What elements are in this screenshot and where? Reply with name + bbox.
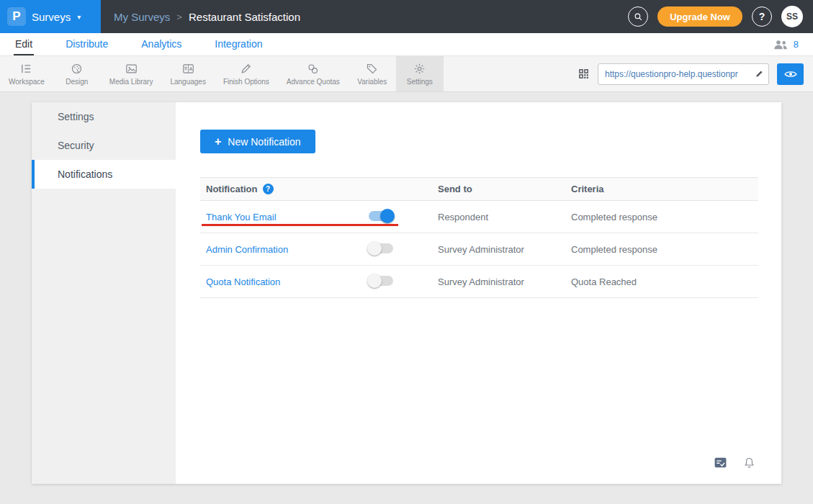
notification-name-link[interactable]: Admin Confirmation: [200, 244, 366, 255]
tab-analytics[interactable]: Analytics: [140, 33, 183, 55]
toolbar-item-settings[interactable]: Settings: [396, 56, 444, 91]
bell-icon[interactable]: [743, 456, 755, 469]
toolbar-item-label: Workspace: [9, 78, 45, 86]
new-notification-label: New Notification: [228, 136, 300, 148]
variables-icon: [366, 63, 378, 75]
toolbar-item-design[interactable]: Design: [53, 56, 101, 91]
chevron-down-icon: ▾: [77, 13, 81, 21]
notifications-table: Notification ? Send to Criteria Thank Yo…: [200, 177, 758, 298]
toolbar-item-workspace[interactable]: Workspace: [0, 56, 53, 91]
product-name: Surveys: [32, 11, 71, 23]
preview-survey-button[interactable]: [777, 63, 804, 85]
toolbar-item-media-library[interactable]: Media Library: [101, 56, 162, 91]
send-to-cell: Respondent: [438, 212, 571, 222]
send-to-cell: Survey Administrator: [438, 276, 571, 287]
breadcrumb-separator: >: [176, 12, 182, 22]
notification-toggle[interactable]: [369, 211, 393, 221]
media-library-icon: [125, 63, 138, 75]
tab-distribute[interactable]: Distribute: [64, 33, 109, 55]
qr-code-icon[interactable]: [578, 68, 590, 80]
people-icon: [773, 40, 789, 50]
notification-name-link[interactable]: Quota Notification: [200, 276, 366, 287]
header-criteria: Criteria: [571, 184, 758, 194]
toolbar-item-languages[interactable]: Languages: [161, 56, 215, 91]
survey-url-field-wrap: [598, 63, 769, 85]
question-mark-icon: ?: [759, 11, 765, 22]
criteria-cell: Quota Reached: [571, 276, 758, 287]
tab-edit[interactable]: Edit: [14, 33, 34, 55]
toolbar-item-label: Settings: [407, 78, 433, 86]
send-to-cell: Survey Administrator: [438, 244, 571, 255]
plus-icon: +: [215, 136, 221, 148]
notification-toggle[interactable]: [369, 243, 393, 253]
toggle-cell: [366, 276, 438, 288]
toolbar-item-label: Languages: [170, 78, 206, 86]
toolbar-item-label: Media Library: [109, 78, 153, 86]
product-switcher[interactable]: P Surveys ▾: [0, 0, 101, 33]
toolbar-item-label: Advance Quotas: [287, 78, 340, 86]
header-notification: Notification ?: [200, 184, 438, 194]
toolbar-item-label: Variables: [357, 78, 387, 86]
design-icon: [71, 63, 83, 75]
table-header-row: Notification ? Send to Criteria: [200, 177, 758, 201]
header-notification-label: Notification: [206, 184, 258, 194]
breadcrumb: My Surveys > Restaurant Satisfaction: [114, 11, 300, 23]
workspace-icon: [20, 63, 32, 75]
breadcrumb-survey-title: Restaurant Satisfaction: [189, 11, 300, 23]
edit-url-pencil-icon[interactable]: [755, 69, 764, 78]
breadcrumb-my-surveys[interactable]: My Surveys: [114, 11, 170, 23]
settings-gear-icon: [413, 63, 426, 75]
toolbar-item-variables[interactable]: Variables: [349, 56, 396, 91]
red-annotation-line: [202, 224, 398, 226]
survey-feedback-icon[interactable]: [714, 456, 727, 469]
toolbar-item-label: Finish Options: [223, 78, 269, 86]
sidebar-item-security[interactable]: Security: [32, 131, 176, 160]
languages-icon: [182, 63, 194, 75]
criteria-cell: Completed response: [571, 212, 758, 222]
topbar-actions: Upgrade Now ? SS: [628, 6, 813, 27]
survey-toolbar: Workspace Design Media Library Languages…: [0, 56, 813, 92]
help-button[interactable]: ?: [752, 6, 772, 27]
collaborators-count: 8: [794, 39, 799, 50]
survey-nav-tabs: Edit Distribute Analytics Integration 8: [0, 33, 813, 56]
table-row: Thank You Email Respondent Completed res…: [200, 201, 758, 233]
sidebar-item-settings[interactable]: Settings: [32, 102, 176, 131]
toolbar-item-label: Design: [66, 78, 88, 86]
table-row: Admin Confirmation Survey Administrator …: [200, 233, 758, 266]
notification-name-link[interactable]: Thank You Email: [200, 212, 366, 222]
topbar: P Surveys ▾ My Surveys > Restaurant Sati…: [0, 0, 813, 33]
search-icon: [634, 12, 643, 22]
settings-panel: Settings Security Notifications + New No…: [32, 102, 781, 484]
upgrade-now-button[interactable]: Upgrade Now: [657, 6, 742, 27]
criteria-cell: Completed response: [571, 244, 758, 255]
collaborators-button[interactable]: 8: [773, 33, 813, 55]
toggle-cell: [366, 211, 438, 223]
search-button[interactable]: [628, 6, 648, 27]
content-footer-icons: [714, 456, 755, 469]
toolbar-item-advance-quotas[interactable]: Advance Quotas: [278, 56, 349, 91]
notification-help-icon[interactable]: ?: [263, 184, 274, 194]
notifications-content: + New Notification Notification ? Send t…: [176, 102, 781, 484]
advance-quotas-icon: [307, 63, 319, 75]
toolbar-item-finish-options[interactable]: Finish Options: [215, 56, 278, 91]
survey-url-input[interactable]: [598, 63, 769, 85]
avatar[interactable]: SS: [781, 6, 803, 27]
questionpro-logo: P: [7, 7, 26, 26]
new-notification-button[interactable]: + New Notification: [200, 130, 315, 153]
tab-integration[interactable]: Integration: [213, 33, 264, 55]
toggle-cell: [366, 243, 438, 256]
finish-options-icon: [240, 63, 252, 75]
eye-icon: [784, 70, 797, 78]
toolbar-right: [578, 56, 813, 91]
sidebar-item-notifications[interactable]: Notifications: [32, 160, 176, 189]
table-row: Quota Notification Survey Administrator …: [200, 266, 758, 298]
notification-toggle[interactable]: [369, 276, 393, 286]
header-send-to: Send to: [438, 184, 571, 194]
settings-sidebar: Settings Security Notifications: [32, 102, 176, 484]
